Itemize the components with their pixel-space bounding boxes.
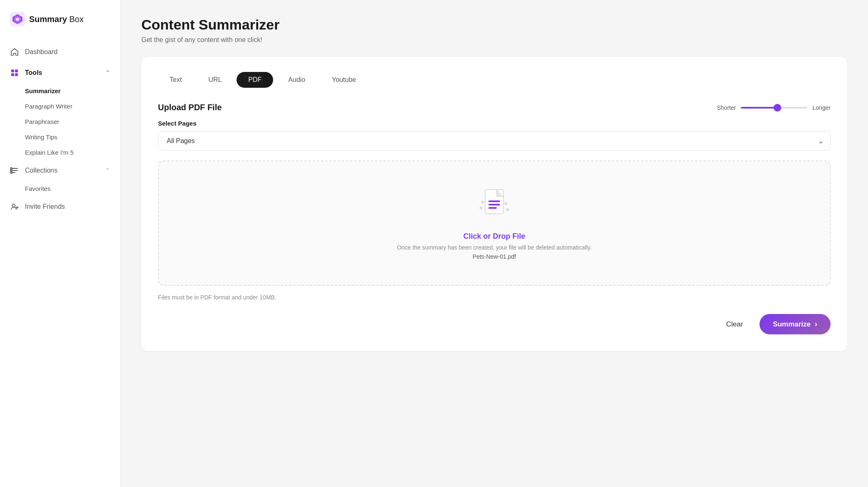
length-control: Shorter Longer — [717, 104, 831, 111]
invite-icon — [10, 202, 19, 211]
collections-chevron-icon: ⌃ — [105, 167, 110, 174]
sidebar-item-invite[interactable]: Invite Friends — [0, 196, 120, 217]
sidebar-item-collections-label: Collections — [25, 167, 57, 174]
svg-rect-6 — [11, 73, 14, 76]
document-icon — [478, 186, 511, 224]
sidebar-item-summarizer[interactable]: Summarizer — [25, 83, 120, 99]
content-card: Text URL PDF Audio Youtube Upload PDF Fi… — [141, 57, 847, 351]
tools-chevron-icon: ⌃ — [105, 69, 110, 76]
clear-button[interactable]: Clear — [718, 315, 752, 334]
sidebar-item-tools[interactable]: Tools ⌃ — [0, 62, 120, 83]
sidebar-item-dashboard-label: Dashboard — [25, 48, 57, 56]
tab-youtube[interactable]: Youtube — [320, 72, 367, 88]
svg-rect-20 — [488, 200, 500, 202]
svg-rect-5 — [15, 69, 18, 72]
file-hint: Files must be in PDF format and under 10… — [158, 294, 831, 301]
dropzone-sub-text: Once the summary has been created, your … — [167, 244, 821, 251]
upload-section-title: Upload PDF File — [158, 103, 222, 112]
dropzone-click-text: Click or Drop File — [167, 232, 821, 241]
summarize-button[interactable]: Summarize › — [760, 314, 831, 334]
tools-submenu: Summarizer Paragraph Writer Paraphraser … — [0, 83, 120, 160]
sidebar-item-explain[interactable]: Explain Like I'm 5 — [25, 145, 120, 160]
action-buttons: Clear Summarize › — [158, 314, 831, 334]
collections-submenu: Favorites — [0, 181, 120, 196]
sidebar-item-paragraph-writer[interactable]: Paragraph Writer — [25, 99, 120, 114]
sidebar-item-writing-tips[interactable]: Writing Tips — [25, 129, 120, 145]
collections-icon — [10, 166, 19, 175]
length-slider[interactable] — [741, 107, 807, 109]
tab-text[interactable]: Text — [158, 72, 193, 88]
svg-rect-4 — [11, 69, 14, 72]
tab-url[interactable]: URL — [197, 72, 233, 88]
svg-point-14 — [12, 204, 15, 207]
sidebar-item-invite-label: Invite Friends — [25, 203, 65, 210]
sidebar: Summary Box Dashboard Tools — [0, 0, 121, 487]
logo-text: Summary Box — [29, 15, 84, 24]
svg-point-17 — [505, 203, 508, 205]
file-dropzone[interactable]: Click or Drop File Once the summary has … — [158, 161, 831, 286]
sidebar-item-collections[interactable]: Collections ⌃ — [0, 160, 120, 181]
page-subtitle: Get the gist of any content with one cli… — [141, 36, 847, 44]
tab-pdf[interactable]: PDF — [237, 72, 273, 88]
sidebar-item-favorites[interactable]: Favorites — [25, 181, 120, 196]
page-title: Content Summarizer — [141, 17, 847, 33]
logo-icon — [10, 12, 25, 27]
grid-icon — [10, 68, 19, 77]
length-longer-label: Longer — [812, 104, 831, 111]
dropzone-filename: Pets-New-01.pdf — [167, 253, 821, 260]
select-pages-dropdown[interactable]: All Pages Page 1 Page 2 Custom Range — [158, 131, 831, 151]
upload-section-header: Upload PDF File Shorter Longer — [158, 103, 831, 112]
summarize-arrow-icon: › — [815, 320, 817, 329]
select-pages-wrapper: All Pages Page 1 Page 2 Custom Range ⌄ — [158, 131, 831, 151]
length-shorter-label: Shorter — [717, 104, 736, 111]
content-tabs: Text URL PDF Audio Youtube — [158, 72, 831, 88]
svg-point-15 — [481, 201, 484, 204]
tab-audio[interactable]: Audio — [276, 72, 317, 88]
home-icon — [10, 47, 19, 57]
select-pages-label: Select Pages — [158, 120, 831, 127]
sidebar-navigation: Dashboard Tools ⌃ Summarizer Paragraph W… — [0, 38, 120, 487]
logo[interactable]: Summary Box — [0, 0, 120, 38]
sidebar-item-tools-label: Tools — [25, 69, 42, 77]
sidebar-item-dashboard[interactable]: Dashboard — [0, 42, 120, 62]
svg-rect-22 — [488, 207, 497, 209]
svg-rect-7 — [15, 73, 18, 76]
summarize-label: Summarize — [773, 320, 811, 329]
svg-point-18 — [506, 208, 509, 211]
main-content: Content Summarizer Get the gist of any c… — [121, 0, 868, 487]
svg-point-16 — [480, 207, 483, 210]
sidebar-item-paraphraser[interactable]: Paraphraser — [25, 114, 120, 129]
svg-rect-21 — [488, 204, 500, 205]
